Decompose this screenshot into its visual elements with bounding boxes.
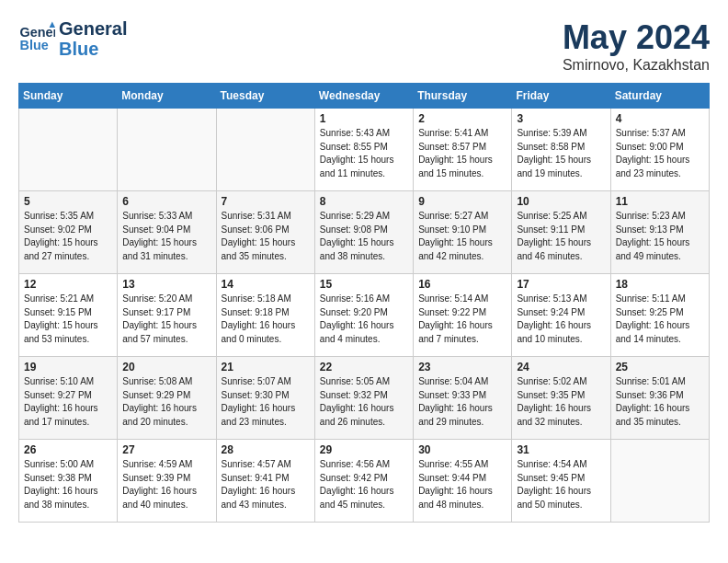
calendar-week-row: 26Sunrise: 5:00 AM Sunset: 9:38 PM Dayli… <box>19 440 710 523</box>
day-number: 1 <box>320 112 408 125</box>
calendar-cell <box>216 109 314 191</box>
calendar-cell: 2Sunrise: 5:41 AM Sunset: 8:57 PM Daylig… <box>414 109 512 191</box>
calendar-cell: 3Sunrise: 5:39 AM Sunset: 8:58 PM Daylig… <box>512 109 610 191</box>
calendar-cell: 22Sunrise: 5:05 AM Sunset: 9:32 PM Dayli… <box>314 357 413 440</box>
calendar-cell: 5Sunrise: 5:35 AM Sunset: 9:02 PM Daylig… <box>19 191 118 274</box>
day-content: Sunrise: 5:25 AM Sunset: 9:11 PM Dayligh… <box>517 210 605 263</box>
day-number: 22 <box>320 361 408 373</box>
calendar-cell: 9Sunrise: 5:27 AM Sunset: 9:10 PM Daylig… <box>414 191 512 274</box>
calendar-cell: 12Sunrise: 5:21 AM Sunset: 9:15 PM Dayli… <box>19 274 118 357</box>
calendar-cell: 24Sunrise: 5:02 AM Sunset: 9:35 PM Dayli… <box>512 357 610 440</box>
day-number: 10 <box>517 195 605 208</box>
calendar-cell: 6Sunrise: 5:33 AM Sunset: 9:04 PM Daylig… <box>118 191 216 274</box>
calendar-week-row: 19Sunrise: 5:10 AM Sunset: 9:27 PM Dayli… <box>19 357 710 440</box>
day-number: 26 <box>24 443 112 456</box>
day-number: 18 <box>616 278 704 291</box>
day-number: 31 <box>517 443 605 456</box>
day-content: Sunrise: 5:27 AM Sunset: 9:10 PM Dayligh… <box>418 210 506 263</box>
day-number: 30 <box>418 443 506 456</box>
weekday-header-wednesday: Wednesday <box>314 84 413 109</box>
day-number: 27 <box>122 443 210 456</box>
day-content: Sunrise: 5:41 AM Sunset: 8:57 PM Dayligh… <box>418 127 506 180</box>
day-content: Sunrise: 5:02 AM Sunset: 9:35 PM Dayligh… <box>517 375 605 429</box>
calendar-week-row: 12Sunrise: 5:21 AM Sunset: 9:15 PM Dayli… <box>19 274 710 357</box>
day-number: 19 <box>24 361 112 373</box>
day-content: Sunrise: 5:08 AM Sunset: 9:29 PM Dayligh… <box>122 375 210 429</box>
calendar-cell: 27Sunrise: 4:59 AM Sunset: 9:39 PM Dayli… <box>118 440 216 523</box>
weekday-header-friday: Friday <box>512 84 610 109</box>
day-content: Sunrise: 5:21 AM Sunset: 9:15 PM Dayligh… <box>24 293 112 346</box>
day-number: 4 <box>616 112 704 125</box>
day-content: Sunrise: 5:05 AM Sunset: 9:32 PM Dayligh… <box>320 375 408 429</box>
day-number: 3 <box>517 112 605 125</box>
day-number: 23 <box>418 361 506 373</box>
day-number: 29 <box>320 443 408 456</box>
day-content: Sunrise: 5:23 AM Sunset: 9:13 PM Dayligh… <box>616 210 704 263</box>
calendar-cell: 28Sunrise: 4:57 AM Sunset: 9:41 PM Dayli… <box>216 440 314 523</box>
calendar-cell: 18Sunrise: 5:11 AM Sunset: 9:25 PM Dayli… <box>610 274 709 357</box>
logo-icon: General Blue <box>18 20 55 57</box>
day-number: 11 <box>616 195 704 208</box>
page-header: General Blue General Blue May 2024 Smirn… <box>18 18 710 74</box>
calendar-cell: 25Sunrise: 5:01 AM Sunset: 9:36 PM Dayli… <box>610 357 709 440</box>
day-content: Sunrise: 5:04 AM Sunset: 9:33 PM Dayligh… <box>418 375 506 429</box>
calendar-week-row: 5Sunrise: 5:35 AM Sunset: 9:02 PM Daylig… <box>19 191 710 274</box>
day-number: 15 <box>320 278 408 291</box>
day-number: 2 <box>418 112 506 125</box>
day-number: 17 <box>517 278 605 291</box>
calendar-cell: 15Sunrise: 5:16 AM Sunset: 9:20 PM Dayli… <box>314 274 413 357</box>
calendar-cell: 10Sunrise: 5:25 AM Sunset: 9:11 PM Dayli… <box>512 191 610 274</box>
day-number: 14 <box>222 278 310 291</box>
calendar-body: 1Sunrise: 5:43 AM Sunset: 8:55 PM Daylig… <box>19 109 710 523</box>
calendar-cell: 23Sunrise: 5:04 AM Sunset: 9:33 PM Dayli… <box>414 357 512 440</box>
day-number: 12 <box>24 278 112 291</box>
day-content: Sunrise: 5:13 AM Sunset: 9:24 PM Dayligh… <box>517 293 605 346</box>
day-content: Sunrise: 5:10 AM Sunset: 9:27 PM Dayligh… <box>24 375 112 429</box>
calendar-cell: 14Sunrise: 5:18 AM Sunset: 9:18 PM Dayli… <box>216 274 314 357</box>
calendar-cell: 20Sunrise: 5:08 AM Sunset: 9:29 PM Dayli… <box>118 357 216 440</box>
day-content: Sunrise: 5:20 AM Sunset: 9:17 PM Dayligh… <box>122 293 210 346</box>
day-content: Sunrise: 4:57 AM Sunset: 9:41 PM Dayligh… <box>222 458 310 511</box>
day-content: Sunrise: 5:43 AM Sunset: 8:55 PM Dayligh… <box>320 127 408 180</box>
logo: General Blue General Blue <box>18 18 127 59</box>
day-content: Sunrise: 5:39 AM Sunset: 8:58 PM Dayligh… <box>517 127 605 180</box>
title-block: May 2024 Smirnovo, Kazakhstan <box>563 18 710 74</box>
calendar-cell <box>118 109 216 191</box>
day-content: Sunrise: 5:07 AM Sunset: 9:30 PM Dayligh… <box>222 375 310 429</box>
calendar-cell: 31Sunrise: 4:54 AM Sunset: 9:45 PM Dayli… <box>512 440 610 523</box>
day-number: 24 <box>517 361 605 373</box>
day-number: 9 <box>418 195 506 208</box>
day-content: Sunrise: 5:16 AM Sunset: 9:20 PM Dayligh… <box>320 293 408 346</box>
location: Smirnovo, Kazakhstan <box>563 57 710 74</box>
day-number: 5 <box>24 195 112 208</box>
day-content: Sunrise: 5:37 AM Sunset: 9:00 PM Dayligh… <box>616 127 704 180</box>
day-number: 6 <box>122 195 210 208</box>
day-content: Sunrise: 5:11 AM Sunset: 9:25 PM Dayligh… <box>616 293 704 346</box>
day-number: 28 <box>222 443 310 456</box>
svg-text:Blue: Blue <box>20 38 49 52</box>
calendar-cell: 29Sunrise: 4:56 AM Sunset: 9:42 PM Dayli… <box>314 440 413 523</box>
day-number: 13 <box>122 278 210 291</box>
day-content: Sunrise: 4:55 AM Sunset: 9:44 PM Dayligh… <box>418 458 506 511</box>
calendar-header-row: SundayMondayTuesdayWednesdayThursdayFrid… <box>19 84 710 109</box>
day-content: Sunrise: 5:33 AM Sunset: 9:04 PM Dayligh… <box>122 210 210 263</box>
calendar-cell: 16Sunrise: 5:14 AM Sunset: 9:22 PM Dayli… <box>414 274 512 357</box>
day-number: 8 <box>320 195 408 208</box>
calendar-cell: 4Sunrise: 5:37 AM Sunset: 9:00 PM Daylig… <box>610 109 709 191</box>
calendar-cell: 19Sunrise: 5:10 AM Sunset: 9:27 PM Dayli… <box>19 357 118 440</box>
day-content: Sunrise: 4:56 AM Sunset: 9:42 PM Dayligh… <box>320 458 408 511</box>
weekday-header-tuesday: Tuesday <box>216 84 314 109</box>
weekday-header-sunday: Sunday <box>19 84 118 109</box>
calendar-cell: 8Sunrise: 5:29 AM Sunset: 9:08 PM Daylig… <box>314 191 413 274</box>
calendar-cell: 13Sunrise: 5:20 AM Sunset: 9:17 PM Dayli… <box>118 274 216 357</box>
calendar-cell <box>19 109 118 191</box>
calendar-cell: 17Sunrise: 5:13 AM Sunset: 9:24 PM Dayli… <box>512 274 610 357</box>
calendar-cell: 30Sunrise: 4:55 AM Sunset: 9:44 PM Dayli… <box>414 440 512 523</box>
weekday-header-saturday: Saturday <box>610 84 709 109</box>
calendar-cell: 7Sunrise: 5:31 AM Sunset: 9:06 PM Daylig… <box>216 191 314 274</box>
weekday-header-thursday: Thursday <box>414 84 512 109</box>
calendar-cell <box>610 440 709 523</box>
day-number: 7 <box>222 195 310 208</box>
day-content: Sunrise: 5:00 AM Sunset: 9:38 PM Dayligh… <box>24 458 112 511</box>
weekday-header-monday: Monday <box>118 84 216 109</box>
